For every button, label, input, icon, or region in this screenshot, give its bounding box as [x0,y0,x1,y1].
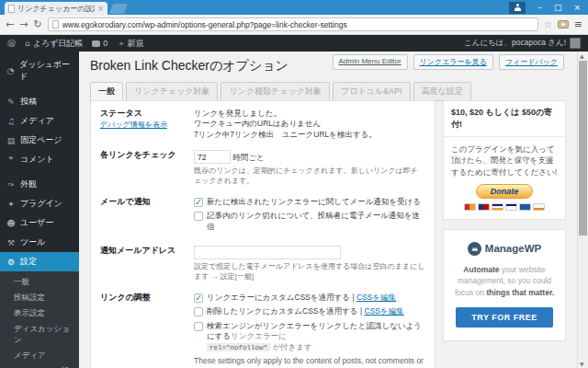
visa-electron-icon [505,203,517,211]
new-tab-button[interactable] [109,4,128,14]
maestro-icon [478,203,490,211]
checkbox-notify-authors[interactable]: ✓ [194,212,203,221]
submenu-item-permalinks[interactable]: パーマリンク設定 [0,363,79,368]
settings-submenu: 一般 投稿設定 表示設定 ディスカッション メディア パーマリンク設定 Akis… [0,271,79,368]
checkbox-broken-link-css[interactable]: ✓ [194,293,203,303]
status-row: ステータス デバッグ情報を表示 リンクを発見しました。 ワークキュー内のURLは… [100,109,425,140]
checkbox-removed-link-css[interactable]: ✓ [194,307,203,316]
tweaks-note: These settings only apply to the content… [194,356,425,368]
header-link-admin-menu-editor[interactable]: Admin Menu Editor [333,54,408,70]
header-link-feedback[interactable]: フィードバック [499,54,564,70]
try-for-free-button[interactable]: TRY FOR FREE [456,307,553,328]
email-notify-label: メールで通知 [100,197,194,236]
tab-general[interactable]: 一般 [90,82,123,101]
discover-icon [533,203,545,211]
tab-title: リンクチェッカーの設定 - よろず [17,4,95,14]
check-icon: ✓ [195,292,202,305]
sidebar-item-users[interactable]: ☻ユーザー [0,213,79,233]
profile-button[interactable] [509,2,526,14]
main-content: Admin Menu Editor リンクエラーを見る フィードバック Brok… [79,52,577,368]
submenu-item-media[interactable]: メディア [0,348,79,363]
edit-css-link-1[interactable]: CSSを編集 [356,293,396,302]
notify-address-desc: 設定で指定した電子メールアドレスを使用する場合は空白のままにします → 設定[一… [194,262,425,282]
submenu-item-writing[interactable]: 投稿設定 [0,290,79,305]
check-icon: ✓ [195,196,202,209]
sidebar-item-appearance[interactable]: ✑外観 [0,175,79,194]
link-tweaks-row: リンクの調整 ✓ リンクエラーにカスタムCSSを適用する | CSSを編集 ✓ … [100,293,425,368]
notify-email-input[interactable] [194,246,341,259]
email-notify-row: メールで通知 ✓ 新たに検出されたリンクエラーに関してメール通知を受ける ✓ 記… [100,197,425,236]
header-link-view-broken-links[interactable]: リンクエラーを見る [413,54,493,70]
visa-icon [492,203,503,211]
home-icon: ⌂ [25,39,30,48]
browser-window: リンクチェッカーの設定 - よろず × – □ × ← → ↻ www.egok… [0,0,588,368]
interval-desc: 既存のリンクは、定期的にチェックされます。新しいリンクは即チェックされます。 [194,167,425,187]
scrollbar[interactable]: ▲ ▼ [577,52,588,368]
dashboard-icon: ◔ [6,66,15,75]
forward-icon[interactable]: → [19,18,28,30]
browser-menu-icon[interactable]: ≡ [574,18,582,30]
tab-which-links-to-check[interactable]: リンク種類チェック対象 [220,82,329,101]
notify-address-label: 通知メールアドレス [100,246,194,282]
sidebar-item-posts[interactable]: ✎投稿 [0,92,79,111]
comment-bubble-icon [92,40,100,47]
maximize-button[interactable]: □ [554,0,562,15]
tab-protocols-apis[interactable]: プロトコル&API [333,82,411,101]
minimize-button[interactable]: – [537,0,542,15]
scroll-down-icon[interactable]: ▼ [580,361,584,367]
submenu-item-reading[interactable]: 表示設定 [0,305,79,321]
avatar[interactable] [570,38,581,49]
sidebar-item-settings[interactable]: ⚙設定 [0,252,79,271]
sidebar-item-plugins[interactable]: ✦プラグイン [0,194,79,213]
sidebar-item-media[interactable]: ♫メディア [0,111,79,131]
status-line-2: ワークキュー内のURLはありません [194,119,425,129]
site-name-link[interactable]: ⌂ よろず日記帳 [25,38,83,50]
comments-link[interactable]: 0 [92,39,107,48]
donate-button[interactable]: Donate [476,184,533,199]
managewp-brand: ManageWP [485,243,541,254]
donate-title: $10, $20 もしくは $50の寄付! [444,101,565,137]
back-icon[interactable]: ← [6,18,14,30]
page-icon [52,20,59,29]
wordpress-logo-icon[interactable]: Ⓦ [7,38,16,50]
users-icon: ☻ [6,219,16,228]
browser-titlebar: リンクチェッカーの設定 - よろず × – □ × [0,0,588,15]
sidebar-item-tools[interactable]: ⚒ツール [0,233,79,252]
scroll-up-icon[interactable]: ▲ [580,52,584,59]
comments-icon: ❞ [6,155,16,165]
checkbox-nofollow[interactable]: ✓ [194,322,203,331]
media-icon: ♫ [6,117,16,126]
browser-tab[interactable]: リンクチェッカーの設定 - よろず × [5,2,107,15]
edit-css-link-2[interactable]: CSSを編集 [365,306,404,316]
close-button[interactable]: × [573,0,581,15]
submenu-item-discussion[interactable]: ディスカッション [0,321,79,348]
tab-look-for-links[interactable]: リンクチェック対象 [126,82,218,101]
nofollow-code: rel="nofollow" [207,343,270,351]
settings-tabs: 一般 リンクチェック対象 リンク種類チェック対象 プロトコル&API 高度な設定 [90,82,577,101]
mastercard-icon [464,203,476,211]
check-interval-label: 各リンクをチェック [100,150,194,187]
comment-count: 0 [103,39,107,48]
person-icon [514,4,521,11]
managewp-box: ▲▲ ManageWP Automate your website manage… [443,229,566,341]
checkbox-notify-new-errors[interactable]: ✓ [194,198,203,207]
check-interval-input[interactable] [194,150,231,164]
scrollbar-thumb[interactable] [579,61,587,236]
tab-close-icon[interactable]: × [97,5,104,13]
sidebar-item-dashboard[interactable]: ◔ダッシュボード [0,55,79,86]
greeting-text[interactable]: こんにちは、pocapoca さん! [464,38,566,49]
new-content-button[interactable]: ＋ 新規 [117,38,143,50]
submenu-item-general[interactable]: 一般 [0,274,79,290]
status-label: ステータス [100,109,194,120]
camera-extension-icon[interactable] [558,20,569,29]
sidebar-item-comments[interactable]: ❞コメント [0,150,79,169]
bookmark-star-icon[interactable]: ☆ [544,19,552,29]
posts-icon: ✎ [6,98,16,107]
sidebar-item-pages[interactable]: ▤固定ページ [0,131,79,150]
status-line-3: 7リンク中7リンク検出 ユニークURLを検出する。 [194,130,425,140]
tab-advanced[interactable]: 高度な設定 [413,82,471,101]
status-line-1: リンクを発見しました。 [194,109,425,119]
reload-icon[interactable]: ↻ [33,18,41,30]
debug-info-link[interactable]: デバッグ情報を表示 [100,121,167,129]
url-bar[interactable]: www.egokorodiary.com/wp-admin/options-ge… [48,17,538,31]
